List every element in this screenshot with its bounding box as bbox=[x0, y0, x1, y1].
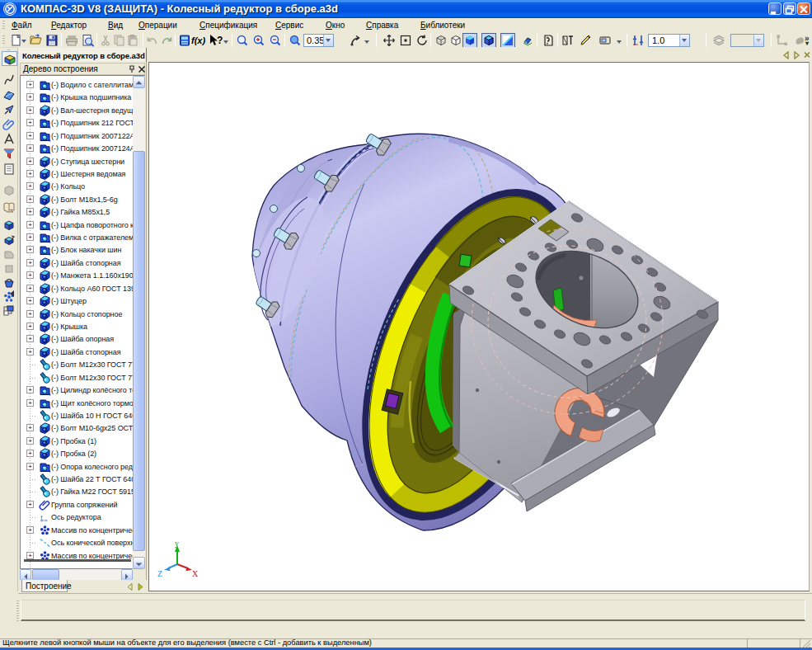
svg-text:Z: Z bbox=[157, 569, 162, 578]
svg-text:X: X bbox=[192, 569, 199, 578]
svg-text:y: y bbox=[175, 539, 179, 548]
